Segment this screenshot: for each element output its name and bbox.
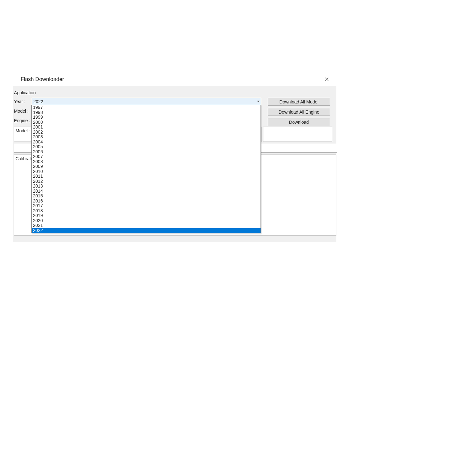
year-option-2005[interactable]: 2005 [32, 144, 261, 149]
chevron-down-icon [257, 101, 260, 102]
year-option-2018[interactable]: 2018 [32, 208, 261, 214]
year-option-1999[interactable]: 1999 [32, 115, 261, 120]
model-label: Model : [14, 108, 32, 115]
year-option-2016[interactable]: 2016 [32, 199, 261, 204]
year-option-2001[interactable]: 2001 [32, 125, 261, 130]
titlebar: Flash Downloader [13, 73, 336, 86]
form-area: Year : 2022 Model : Engine : Download Al… [13, 98, 336, 236]
year-option-2021[interactable]: 2021 [32, 223, 261, 228]
year-option-2007[interactable]: 2007 [32, 154, 261, 159]
year-option-2006[interactable]: 2006 [32, 149, 261, 155]
year-option-2002[interactable]: 2002 [32, 130, 261, 135]
year-option-2011[interactable]: 2011 [32, 174, 261, 179]
year-option-2010[interactable]: 2010 [32, 169, 261, 174]
download-button[interactable]: Download [268, 118, 330, 126]
year-option-2013[interactable]: 2013 [32, 184, 261, 189]
year-option-2020[interactable]: 2020 [32, 218, 261, 223]
right-buttons: Download All Model Download All Engine D… [268, 98, 330, 126]
year-option-2019[interactable]: 2019 [32, 213, 261, 218]
close-icon [325, 77, 329, 81]
engine-label: Engine : [14, 117, 32, 124]
flash-downloader-window: Flash Downloader Application Year : 2022… [13, 73, 336, 242]
download-all-engine-button[interactable]: Download All Engine [268, 108, 330, 116]
year-combobox[interactable]: 2022 [32, 98, 261, 105]
section-application-label: Application [13, 89, 336, 98]
year-option-2012[interactable]: 2012 [32, 179, 261, 184]
year-option-2015[interactable]: 2015 [32, 194, 261, 199]
year-option-2003[interactable]: 2003 [32, 135, 261, 140]
close-button[interactable] [321, 73, 333, 86]
year-option-1997[interactable]: 1997 [32, 105, 261, 110]
year-option-2008[interactable]: 2008 [32, 159, 261, 164]
window-title: Flash Downloader [21, 76, 64, 83]
year-option-2000[interactable]: 2000 [32, 120, 261, 125]
model-info-text: Model : L [16, 128, 34, 133]
year-option-2014[interactable]: 2014 [32, 189, 261, 194]
year-option-2022[interactable]: 2022 [32, 228, 261, 233]
year-option-2017[interactable]: 2017 [32, 203, 261, 208]
year-option-2004[interactable]: 2004 [32, 140, 261, 145]
model-side-panel [263, 127, 332, 142]
calibration-side-panel [264, 155, 336, 236]
download-all-model-button[interactable]: Download All Model [268, 98, 330, 106]
content-area: Application Year : 2022 Model : Engine :… [13, 86, 336, 242]
year-combobox-value: 2022 [33, 98, 43, 105]
year-option-1998[interactable]: 1998 [32, 110, 261, 115]
year-label: Year : [14, 98, 32, 105]
year-option-2009[interactable]: 2009 [32, 164, 261, 169]
year-dropdown-list[interactable]: 1997199819992000200120022003200420052006… [31, 105, 261, 233]
